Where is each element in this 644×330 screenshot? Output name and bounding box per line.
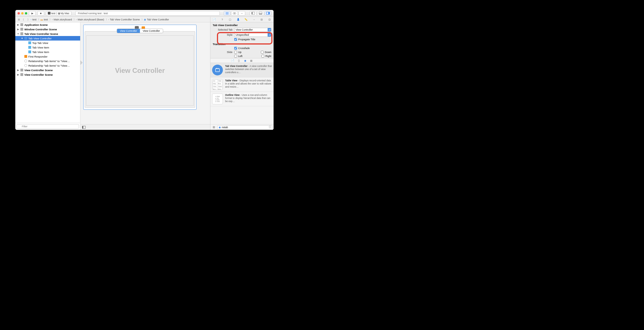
- outline-label: Top Tab View: [32, 41, 48, 45]
- transition-section-title: Transition: [210, 41, 274, 46]
- connections-inspector-tab[interactable]: →: [252, 18, 256, 22]
- outline-row[interactable]: Top Tab View: [15, 41, 80, 45]
- breadcrumb-segment[interactable]: ▫Tab View Controller Scene: [108, 18, 143, 21]
- object-library-tab[interactable]: ◉: [244, 59, 247, 62]
- outline-filter-bar: [15, 123, 80, 130]
- field-label: Slide: [213, 51, 233, 54]
- tab-button[interactable]: View Controller: [117, 29, 140, 33]
- outline-row[interactable]: Relationship "tab items" to "View…: [15, 63, 80, 68]
- disclosure-triangle-icon[interactable]: ▶: [17, 28, 19, 31]
- scheme-name: test: [51, 12, 56, 15]
- close-window-button[interactable]: [18, 12, 20, 14]
- tab-bar: View Controller View Controller: [117, 29, 163, 33]
- crossfade-checkbox[interactable]: [234, 47, 237, 50]
- outline-label: Tab View Controller: [28, 37, 52, 40]
- hammer-icon: 🅰: [48, 12, 50, 15]
- slide-left-checkbox[interactable]: [234, 55, 237, 58]
- outline-label: Application Scene: [24, 23, 48, 26]
- related-items-icon[interactable]: ⊞: [17, 18, 21, 21]
- tab-view[interactable]: View Controller View Controller View Con…: [85, 31, 195, 108]
- outline-row[interactable]: Relationship "tab items" to "View…: [15, 59, 80, 63]
- disclosure-triangle-icon[interactable]: ▼: [21, 37, 23, 40]
- library-list[interactable]: Tab View Controller - A view controller …: [210, 63, 274, 124]
- outline-row[interactable]: ▼Tab View Controller Scene: [15, 31, 80, 36]
- back-button[interactable]: ⟨: [22, 18, 25, 21]
- library-item[interactable]: ▼ Matt ▸ Jon ▸ Kelly ▸ ChrisOutline View…: [210, 92, 274, 106]
- disclosure-triangle-icon[interactable]: ▶: [17, 24, 19, 26]
- library-item-text: Tab View Controller - A view controller …: [225, 65, 272, 75]
- breadcrumb-segment[interactable]: ▬test: [40, 18, 52, 21]
- style-field: Style Unspecified▴▾: [210, 32, 274, 37]
- library-item[interactable]: Tab View Controller - A view controller …: [210, 63, 274, 77]
- propagate-title-checkbox[interactable]: [234, 38, 237, 41]
- slide-right-checkbox[interactable]: [261, 55, 264, 58]
- slide-up-checkbox[interactable]: [234, 51, 237, 54]
- assistant-editor-button[interactable]: [231, 11, 238, 16]
- outline-label: Window Controller Scene: [24, 28, 57, 31]
- toggle-navigator-button[interactable]: [250, 11, 257, 16]
- outline-row[interactable]: ▶View Controller Scene: [15, 68, 80, 72]
- version-editor-button[interactable]: ↔: [238, 11, 245, 16]
- titlebar: ▶ ■ 🅰 test ⟩ ▮ My Mac Finished running t…: [15, 10, 274, 17]
- breadcrumb-segment[interactable]: ▫Main.storyboard (Base): [76, 18, 108, 21]
- forward-button[interactable]: ⟩: [26, 18, 30, 21]
- disclosure-triangle-icon[interactable]: ▶: [17, 73, 19, 76]
- breadcrumb-segment[interactable]: ◉Tab View Controller: [144, 18, 172, 21]
- scene-tab-view-controller[interactable]: View Controller View Controller View Con…: [83, 25, 197, 110]
- svg-rect-11: [216, 68, 217, 69]
- file-template-library-tab[interactable]: 📄: [231, 59, 234, 62]
- vc-icon: [24, 37, 27, 40]
- tab-button[interactable]: View Controller: [140, 29, 163, 33]
- chevron-right-icon: ⟩: [56, 12, 57, 15]
- effects-inspector-tab[interactable]: ⊡: [268, 18, 272, 22]
- toggle-outline-icon[interactable]: [82, 126, 87, 129]
- library-search-field[interactable]: ◉ nstab ⓧ: [217, 125, 272, 129]
- library-grid-icon[interactable]: ⊞: [212, 126, 216, 129]
- status-text: Finished running test : test: [78, 12, 108, 15]
- breadcrumb-segment[interactable]: ▫Main.storyboard: [52, 18, 75, 21]
- outline-row[interactable]: ▶View Controller Scene: [15, 72, 80, 77]
- bindings-inspector-tab[interactable]: ⊟: [260, 18, 264, 22]
- disclosure-triangle-icon[interactable]: ▶: [17, 69, 19, 71]
- outline-label: View Controller Scene: [24, 73, 53, 76]
- field-label: Selected Tab: [213, 28, 233, 31]
- code-snippet-library-tab[interactable]: {}: [237, 59, 241, 62]
- outline-row[interactable]: ▼Tab View Controller: [15, 36, 80, 41]
- selected-tab-popup[interactable]: View Controller▴▾: [234, 28, 271, 32]
- seg-icon: [24, 64, 27, 67]
- outline-row[interactable]: Tab View Item: [15, 50, 80, 54]
- standard-editor-button[interactable]: [224, 11, 231, 16]
- stop-button[interactable]: ■: [37, 11, 44, 16]
- object-library: 📄 {} ◉ ▦ Tab View Controller - A view co…: [210, 58, 274, 130]
- checkbox-label: Propagate Title: [238, 38, 255, 41]
- outline-label: Relationship "tab items" to "View…: [28, 60, 70, 63]
- breadcrumb-segment[interactable]: ▫test: [31, 18, 40, 21]
- disclosure-triangle-icon[interactable]: ▼: [17, 33, 19, 35]
- outline-label: First Responder: [28, 55, 48, 58]
- svg-rect-10: [216, 69, 219, 72]
- attributes-inspector-tab[interactable]: [236, 18, 240, 22]
- library-footer: ⊞ ◉ nstab ⓧ: [210, 124, 274, 130]
- library-item[interactable]: JonClearKellyBlueChrisGreenRonPinkTable …: [210, 77, 274, 92]
- quick-help-tab[interactable]: ?: [220, 18, 224, 22]
- size-inspector-tab[interactable]: 📏: [244, 18, 248, 22]
- outline-row[interactable]: ▶Window Controller Scene: [15, 27, 80, 31]
- toggle-inspector-button[interactable]: [265, 11, 271, 16]
- outline-row[interactable]: ▶Application Scene: [15, 22, 80, 27]
- toggle-debug-button[interactable]: [257, 11, 264, 16]
- outline-row[interactable]: First Responder: [15, 54, 80, 59]
- slide-down-checkbox[interactable]: [261, 51, 264, 54]
- zoom-window-button[interactable]: [25, 12, 27, 14]
- scheme-selector[interactable]: 🅰 test ⟩ ▮ My Mac: [46, 11, 71, 16]
- file-inspector-tab[interactable]: 📄: [212, 18, 216, 22]
- media-library-tab[interactable]: ▦: [250, 59, 253, 62]
- svg-rect-9: [82, 126, 84, 128]
- clear-search-icon[interactable]: ⓧ: [269, 125, 271, 129]
- library-item-thumb: JonClearKellyBlueChrisGreenRonPink: [212, 79, 223, 90]
- outline-filter-input[interactable]: [16, 124, 79, 129]
- minimize-window-button[interactable]: [21, 12, 24, 14]
- run-button[interactable]: ▶: [29, 11, 36, 16]
- identity-inspector-tab[interactable]: ▢: [228, 18, 232, 22]
- style-popup[interactable]: Unspecified▴▾: [234, 33, 271, 37]
- outline-row[interactable]: Tab View Item: [15, 45, 80, 50]
